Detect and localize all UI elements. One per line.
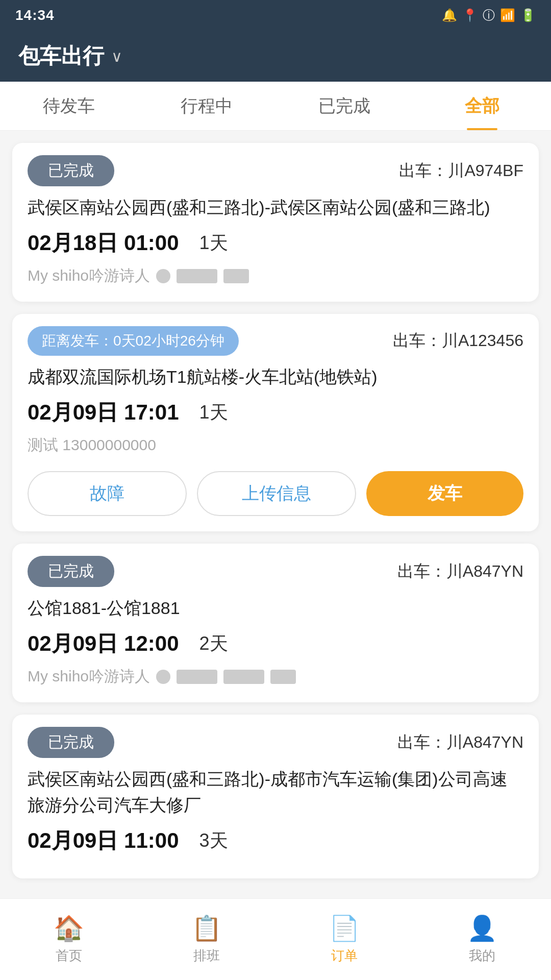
- card-body-2: 成都双流国际机场T1航站楼-火车北站(地铁站) 02月09日 17:01 1天 …: [12, 364, 539, 531]
- trip-info-1: 02月18日 01:00 1天: [28, 229, 523, 257]
- status-time: 14:34: [15, 7, 55, 23]
- trip-info-2: 02月09日 17:01 1天: [28, 398, 523, 427]
- tab-all[interactable]: 全部: [413, 82, 551, 130]
- trip-date-2: 02月09日 17:01: [28, 398, 179, 427]
- card-header-1: 已完成 出车：川A974BF: [12, 143, 539, 194]
- chevron-down-icon[interactable]: ∨: [111, 47, 122, 65]
- user-info-2: 测试 13000000000: [28, 435, 523, 456]
- order-card-1: 已完成 出车：川A974BF 武侯区南站公园西(盛和三路北)-武侯区南站公园(盛…: [12, 143, 539, 302]
- trip-date-4: 02月09日 11:00: [28, 826, 179, 855]
- schedule-icon: 📋: [191, 914, 222, 943]
- tab-in-progress[interactable]: 行程中: [138, 82, 276, 130]
- user-info-3: My shiho吟游诗人: [28, 666, 523, 687]
- battery-icon: 🔋: [520, 8, 536, 22]
- location-icon: 📍: [462, 8, 478, 22]
- card-body-4: 武侯区南站公园西(盛和三路北)-成都市汽车运输(集团)公司高速旅游分公司汽车大修…: [12, 766, 539, 878]
- lock-icon-3: [156, 670, 170, 684]
- blur-data-3b: [223, 670, 264, 684]
- blur-data-1: [177, 269, 217, 283]
- trip-duration-3: 2天: [199, 631, 228, 656]
- mine-icon: 👤: [467, 914, 497, 943]
- depart-button[interactable]: 发车: [366, 471, 523, 516]
- status-icons: 🔔 📍 ⓘ 📶 🔋: [442, 7, 536, 23]
- car-number-3: 出车：川A847YN: [397, 560, 523, 583]
- card-header-2: 距离发车：0天02小时26分钟 出车：川A123456: [12, 314, 539, 364]
- car-number-4: 出车：川A847YN: [397, 731, 523, 754]
- order-icon: 📄: [329, 914, 360, 943]
- app-header: 包车出行 ∨: [0, 31, 551, 82]
- status-badge-1: 已完成: [28, 155, 114, 186]
- status-badge-3: 已完成: [28, 556, 114, 587]
- action-row-2: 故障 上传信息 发车: [28, 471, 523, 516]
- status-bar: 14:34 🔔 📍 ⓘ 📶 🔋: [0, 0, 551, 31]
- order-card-4: 已完成 出车：川A847YN 武侯区南站公园西(盛和三路北)-成都市汽车运输(集…: [12, 715, 539, 878]
- blur-data-2: [223, 269, 249, 283]
- trip-info-4: 02月09日 11:00 3天: [28, 826, 523, 855]
- car-number-2: 出车：川A123456: [393, 330, 523, 352]
- bottom-nav: 🏠 首页 📋 排班 📄 订单 👤 我的: [0, 898, 551, 980]
- card-body-1: 武侯区南站公园西(盛和三路北)-武侯区南站公园(盛和三路北) 02月18日 01…: [12, 194, 539, 302]
- nav-schedule[interactable]: 📋 排班: [138, 914, 276, 965]
- nav-order-label: 订单: [331, 947, 358, 965]
- route-4: 武侯区南站公园西(盛和三路北)-成都市汽车运输(集团)公司高速旅游分公司汽车大修…: [28, 766, 523, 818]
- header-title: 包车出行: [18, 42, 104, 70]
- trip-duration-1: 1天: [199, 231, 228, 256]
- order-list: 已完成 出车：川A974BF 武侯区南站公园西(盛和三路北)-武侯区南站公园(盛…: [0, 131, 551, 970]
- trip-info-3: 02月09日 12:00 2天: [28, 629, 523, 658]
- tab-waiting[interactable]: 待发车: [0, 82, 138, 130]
- status-badge-4: 已完成: [28, 727, 114, 758]
- route-1: 武侯区南站公园西(盛和三路北)-武侯区南站公园(盛和三路北): [28, 194, 523, 220]
- signal-icon: 📶: [500, 8, 515, 22]
- fault-button[interactable]: 故障: [28, 471, 187, 516]
- card-header-4: 已完成 出车：川A847YN: [12, 715, 539, 766]
- trip-date-3: 02月09日 12:00: [28, 629, 179, 658]
- notification-icon: 🔔: [442, 8, 457, 22]
- upload-button[interactable]: 上传信息: [197, 471, 356, 516]
- nav-order[interactable]: 📄 订单: [276, 914, 413, 965]
- trip-duration-4: 3天: [199, 828, 228, 853]
- nav-schedule-label: 排班: [193, 947, 220, 965]
- status-badge-2: 距离发车：0天02小时26分钟: [28, 326, 239, 356]
- route-3: 公馆1881-公馆1881: [28, 595, 523, 621]
- nav-home-label: 首页: [56, 947, 82, 965]
- blur-data-3a: [177, 670, 217, 684]
- info-icon: ⓘ: [483, 7, 495, 23]
- tab-bar: 待发车 行程中 已完成 全部: [0, 82, 551, 131]
- car-number-1: 出车：川A974BF: [399, 160, 523, 182]
- nav-mine-label: 我的: [469, 947, 495, 965]
- card-header-3: 已完成 出车：川A847YN: [12, 544, 539, 595]
- blur-data-3c: [270, 670, 296, 684]
- order-card-3: 已完成 出车：川A847YN 公馆1881-公馆1881 02月09日 12:0…: [12, 544, 539, 702]
- route-2: 成都双流国际机场T1航站楼-火车北站(地铁站): [28, 364, 523, 390]
- user-info-1: My shiho吟游诗人: [28, 265, 523, 286]
- nav-home[interactable]: 🏠 首页: [0, 914, 138, 965]
- trip-date-1: 02月18日 01:00: [28, 229, 179, 257]
- trip-duration-2: 1天: [199, 400, 228, 425]
- home-icon: 🏠: [54, 914, 84, 943]
- tab-completed[interactable]: 已完成: [276, 82, 413, 130]
- lock-icon-1: [156, 269, 170, 283]
- order-card-2: 距离发车：0天02小时26分钟 出车：川A123456 成都双流国际机场T1航站…: [12, 314, 539, 531]
- nav-mine[interactable]: 👤 我的: [413, 914, 551, 965]
- card-body-3: 公馆1881-公馆1881 02月09日 12:00 2天 My shiho吟游…: [12, 595, 539, 702]
